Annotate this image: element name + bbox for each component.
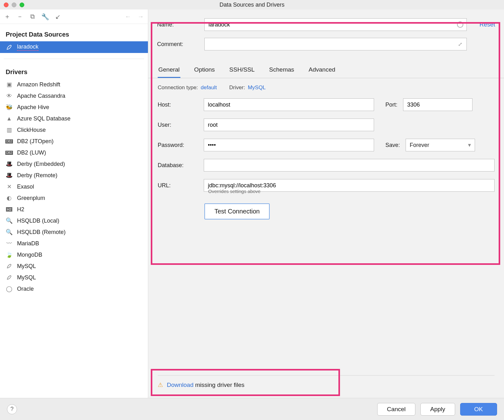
sidebar-item-label: Derby (Embedded) — [17, 161, 65, 167]
sidebar-item-hsqldb-remote[interactable]: 🔍HSQLDB (Remote) — [0, 226, 148, 238]
content-pane: Name: Reset Comment: ⤢ General Options S… — [148, 9, 504, 398]
remove-icon[interactable]: － — [16, 13, 23, 20]
h2-icon: H2 — [6, 206, 13, 213]
sidebar-item-label: Apache Cassandra — [17, 93, 65, 99]
sidebar-item-amazon-redshift[interactable]: ▣Amazon Redshift — [0, 79, 148, 90]
port-label: Port: — [385, 102, 397, 108]
sidebar-item-label: MySQL — [17, 274, 36, 281]
feather-icon — [6, 44, 13, 51]
sidebar-item-label: Derby (Remote) — [17, 172, 57, 179]
sidebar-item-laradock[interactable]: laradock — [0, 41, 148, 53]
sidebar-item-label: laradock — [17, 44, 38, 51]
forward-icon: → — [137, 13, 144, 20]
test-connection-button[interactable]: Test Connection — [204, 203, 270, 219]
bars-icon: ▥ — [6, 126, 13, 133]
conn-type-link[interactable]: default — [201, 85, 217, 90]
database-input[interactable] — [204, 159, 495, 172]
import-icon[interactable]: ↙ — [54, 13, 61, 20]
driver-label: Driver: — [229, 85, 245, 90]
sidebar-item-mariadb[interactable]: 〰MariaDB — [0, 238, 148, 249]
sidebar-toolbar: ＋ － ⧉ 🔧 ↙ ← → — [0, 9, 148, 24]
tab-general[interactable]: General — [158, 66, 180, 78]
x-icon: ✕ — [6, 183, 13, 190]
ok-button[interactable]: OK — [460, 403, 497, 416]
tabs: General Options SSH/SSL Schemas Advanced — [148, 63, 504, 78]
zoom-window-icon[interactable] — [20, 3, 24, 7]
cancel-button[interactable]: Cancel — [377, 403, 415, 416]
url-label: URL: — [158, 182, 198, 189]
sidebar-item-label: ClickHouse — [17, 127, 46, 133]
dialog-title: Data Sources and Drivers — [220, 2, 284, 8]
minimize-window-icon — [12, 3, 16, 7]
password-input[interactable] — [204, 139, 374, 151]
sidebar-item-hsqldb-local[interactable]: 🔍HSQLDB (Local) — [0, 215, 148, 226]
sidebar-item-label: DB2 (JTOpen) — [17, 138, 54, 145]
host-input[interactable] — [204, 98, 374, 111]
tab-ssh-ssl[interactable]: SSH/SSL — [229, 66, 255, 78]
sidebar-item-derby-embedded[interactable]: 🎩Derby (Embedded) — [0, 158, 148, 170]
save-select-value: Forever — [410, 142, 429, 149]
save-select[interactable]: Forever ▾ — [406, 139, 475, 151]
sidebar-item-label: Oracle — [17, 286, 34, 292]
user-input[interactable] — [204, 119, 374, 131]
chevron-down-icon: ▾ — [468, 142, 471, 149]
tab-options[interactable]: Options — [194, 66, 215, 78]
sidebar-item-exasol[interactable]: ✕Exasol — [0, 181, 148, 192]
name-input[interactable] — [204, 18, 467, 31]
search-icon: 🔍 — [6, 229, 13, 236]
help-button[interactable]: ? — [7, 404, 17, 414]
sidebar-item-clickhouse[interactable]: ▥ClickHouse — [0, 124, 148, 136]
status-indicator-icon — [457, 21, 464, 28]
expand-icon[interactable]: ⤢ — [457, 41, 464, 48]
sidebar-item-azure-sql[interactable]: ▲Azure SQL Database — [0, 113, 148, 124]
add-icon[interactable]: ＋ — [4, 13, 11, 20]
comment-label: Comment: — [157, 41, 204, 48]
sidebar-item-oracle[interactable]: ◯Oracle — [0, 283, 148, 295]
bee-icon: 🐝 — [6, 104, 13, 111]
window-controls — [4, 3, 24, 7]
sidebar-item-mysql-1[interactable]: MySQL — [0, 260, 148, 272]
comment-input[interactable] — [204, 38, 467, 50]
sidebar-item-label: MySQL — [17, 263, 36, 270]
database-label: Database: — [158, 162, 198, 169]
password-label: Password: — [158, 142, 198, 149]
sidebar-item-apache-cassandra[interactable]: 👁Apache Cassandra — [0, 90, 148, 102]
tab-advanced[interactable]: Advanced — [308, 66, 336, 78]
close-window-icon[interactable] — [4, 3, 9, 7]
feather-icon — [6, 263, 13, 270]
cube-icon: ▣ — [6, 81, 13, 88]
copy-icon[interactable]: ⧉ — [29, 13, 36, 20]
sidebar-divider — [4, 59, 144, 59]
sidebar-item-label: MariaDB — [17, 240, 39, 247]
reset-link[interactable]: Reset — [479, 21, 495, 28]
sidebar-item-db2-jtopen[interactable]: DB2DB2 (JTOpen) — [0, 136, 148, 147]
sidebar-item-label: Amazon Redshift — [17, 81, 60, 88]
save-label: Save: — [385, 142, 400, 149]
wrench-icon[interactable]: 🔧 — [42, 13, 49, 20]
hat-icon: 🎩 — [6, 160, 13, 167]
sidebar-item-label: Azure SQL Database — [17, 115, 70, 122]
azure-icon: ▲ — [6, 115, 13, 122]
sidebar-item-apache-hive[interactable]: 🐝Apache Hive — [0, 102, 148, 113]
db2-icon: DB2 — [6, 149, 13, 156]
sidebar-item-h2[interactable]: H2H2 — [0, 204, 148, 215]
sidebar-item-derby-remote[interactable]: 🎩Derby (Remote) — [0, 170, 148, 181]
sidebar-item-label: HSQLDB (Remote) — [17, 229, 66, 236]
name-label: Name: — [157, 21, 204, 28]
leaf-icon: 🍃 — [6, 251, 13, 258]
sidebar-item-db2-luw[interactable]: DB2DB2 (LUW) — [0, 147, 148, 158]
sidebar-item-label: H2 — [17, 206, 24, 213]
port-input[interactable] — [403, 98, 472, 111]
sidebar-item-greenplum[interactable]: ◐Greenplum — [0, 192, 148, 204]
download-link[interactable]: Download — [167, 382, 194, 388]
circle-icon: ◐ — [6, 195, 13, 201]
sidebar-item-mongodb[interactable]: 🍃MongoDB — [0, 249, 148, 260]
tab-schemas[interactable]: Schemas — [268, 66, 295, 78]
section-title-drivers: Drivers — [0, 61, 148, 79]
apply-button[interactable]: Apply — [420, 403, 455, 416]
section-title-sources: Project Data Sources — [0, 24, 148, 41]
titlebar: Data Sources and Drivers — [0, 0, 504, 9]
driver-link[interactable]: MySQL — [248, 85, 266, 90]
sidebar-item-mysql-2[interactable]: MySQL — [0, 272, 148, 283]
db2-icon: DB2 — [6, 138, 13, 145]
